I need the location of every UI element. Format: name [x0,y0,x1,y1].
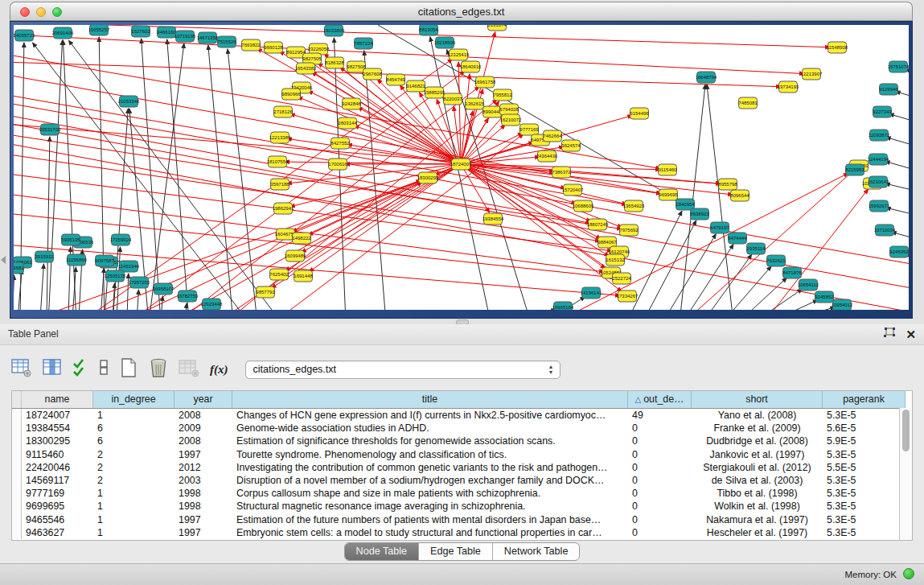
table-row[interactable]: 946554611997Estimation of the future num… [12,513,912,526]
cell-year[interactable]: 1998 [175,500,232,513]
column-header-title[interactable]: title [232,391,628,408]
cell-short[interactable]: Jankovic et al. (1997) [692,448,823,461]
cell-out_de[interactable]: 0 [628,500,692,513]
cell-title[interactable]: Embryonic stem cells: a model to study s… [232,526,628,539]
cell-pagerank[interactable]: 5.9E-5 [823,435,906,447]
cell-out_de[interactable]: 0 [628,487,692,500]
tab-edge-table[interactable]: Edge Table [419,543,493,560]
delete-column-icon[interactable] [149,357,168,381]
table-row[interactable]: 969969511998Structural magnetic resonanc… [12,500,912,513]
cell-year[interactable]: 2003 [175,474,232,487]
table-row[interactable]: 1938455462009Genome-wide association stu… [12,422,912,435]
cell-in_degree[interactable]: 1 [93,500,175,513]
cell-name[interactable]: 19384554 [22,422,93,435]
cell-year[interactable]: 2012 [175,461,232,474]
table-row[interactable]: 977716911998Corpus callosum shape and si… [12,487,912,500]
cell-title[interactable]: Estimation of significance thresholds fo… [232,435,628,447]
table-mode-icon[interactable] [11,358,32,381]
cell-in_degree[interactable]: 1 [93,409,175,422]
cell-out_de[interactable]: 0 [628,461,692,474]
cell-pagerank[interactable]: 5.5E-5 [823,461,906,474]
cell-year[interactable]: 1997 [175,448,232,461]
split-pane-divider[interactable] [0,319,924,324]
cell-short[interactable]: Franke et al. (2009) [692,422,823,435]
column-header-short[interactable]: short [692,391,823,408]
tab-node-table[interactable]: Node Table [345,543,420,560]
memory-ok-indicator[interactable] [903,568,914,579]
cell-short[interactable]: de Silva et al. (2003) [692,474,823,487]
cell-title[interactable]: Tourette syndrome. Phenomenology and cla… [232,448,628,461]
table-row[interactable]: 2242004622012Investigating the contribut… [12,461,912,474]
table-row[interactable]: 1456911722003Disruption of a novel membe… [12,474,912,487]
table-row[interactable]: 946362711997Embryonic stem cells: a mode… [12,526,912,539]
function-builder-icon[interactable]: f(x) [210,362,228,377]
cell-pagerank[interactable]: 5.6E-5 [823,422,906,435]
cell-year[interactable]: 2009 [175,422,232,435]
cell-year[interactable]: 1997 [175,513,232,526]
column-header-in_degree[interactable]: in_degree [93,391,175,408]
collapse-arrow-icon[interactable] [1,256,6,264]
cell-pagerank[interactable]: 5.3E-5 [823,526,906,539]
cell-year[interactable]: 2008 [175,435,232,447]
cell-pagerank[interactable]: 5.3E-5 [823,409,906,422]
cell-title[interactable]: Changes of HCN gene expression and I(f) … [232,409,628,422]
cell-short[interactable]: Wolkin et al. (1998) [692,500,823,513]
vertical-scrollbar[interactable] [899,408,912,540]
cell-out_de[interactable]: 0 [628,422,692,435]
cell-name[interactable]: 18724007 [22,409,93,422]
cell-in_degree[interactable]: 1 [93,513,175,526]
table-row[interactable]: 1830029562008Estimation of significance … [12,435,912,447]
network-canvas[interactable]: 1872400718300295766382296601288912954232… [14,25,909,310]
cell-out_de[interactable]: 0 [628,474,692,487]
cell-pagerank[interactable]: 5.3E-5 [823,500,906,513]
cell-year[interactable]: 1997 [175,526,232,539]
cell-pagerank[interactable]: 5.3E-5 [823,448,906,461]
cell-name[interactable]: 22420046 [22,461,93,474]
cell-name[interactable]: 9699695 [22,500,93,513]
cell-name[interactable]: 9463627 [22,526,93,539]
cell-in_degree[interactable]: 6 [93,435,175,447]
cell-title[interactable]: Genome-wide association studies in ADHD. [232,422,628,435]
column-header-year[interactable]: year [175,391,232,408]
cell-short[interactable]: Dudbridge et al. (2008) [692,435,823,447]
cell-year[interactable]: 2008 [175,409,232,422]
table-row[interactable]: 1872400712008Changes of HCN gene express… [12,409,912,422]
tab-network-table[interactable]: Network Table [493,543,580,560]
close-icon[interactable]: ✕ [906,328,916,341]
cell-title[interactable]: Investigating the contribution of common… [232,461,628,474]
cell-title[interactable]: Estimation of the future numbers of pati… [232,513,628,526]
cell-year[interactable]: 1998 [175,487,232,500]
cell-short[interactable]: Stergiakouli et al. (2012) [692,461,823,474]
delete-table-icon[interactable] [179,358,199,381]
window-titlebar[interactable]: citations_edges.txt [10,2,913,21]
cell-name[interactable]: 9777169 [22,487,93,500]
cell-in_degree[interactable]: 1 [93,487,175,500]
cell-name[interactable]: 18300295 [22,435,93,447]
cell-in_degree[interactable]: 1 [93,526,175,539]
new-table-icon[interactable] [119,357,138,381]
cell-short[interactable]: Tibbo et al. (1998) [692,487,823,500]
table-row[interactable]: 911546021997Tourette syndrome. Phenomeno… [12,448,912,461]
cell-name[interactable]: 9465546 [22,513,93,526]
cell-out_de[interactable]: 0 [628,435,692,447]
cell-short[interactable]: Yano et al. (2008) [692,409,823,422]
cell-in_degree[interactable]: 2 [93,474,175,487]
cell-short[interactable]: Nakamura et al. (1997) [692,513,823,526]
cell-in_degree[interactable]: 2 [93,461,175,474]
cell-title[interactable]: Corpus callosum shape and size in male p… [232,487,628,500]
cell-out_de[interactable]: 0 [628,448,692,461]
column-header-out_de[interactable]: △out_de… [628,391,692,408]
cell-name[interactable]: 14569117 [22,474,93,487]
cell-short[interactable]: Hescheler et al. (1997) [692,526,823,539]
column-header-pagerank[interactable]: pagerank [823,391,906,408]
cell-out_de[interactable]: 0 [628,513,692,526]
panel-format-icon[interactable] [99,358,109,381]
cell-pagerank[interactable]: 5.3E-5 [823,487,906,500]
float-icon[interactable] [883,328,896,342]
show-columns-icon[interactable] [43,358,62,381]
cell-pagerank[interactable]: 5.3E-5 [823,513,906,526]
column-header-name[interactable]: name [22,391,93,408]
cell-out_de[interactable]: 49 [628,409,692,422]
cell-title[interactable]: Structural magnetic resonance image aver… [232,500,628,513]
cell-out_de[interactable]: 0 [628,526,692,539]
